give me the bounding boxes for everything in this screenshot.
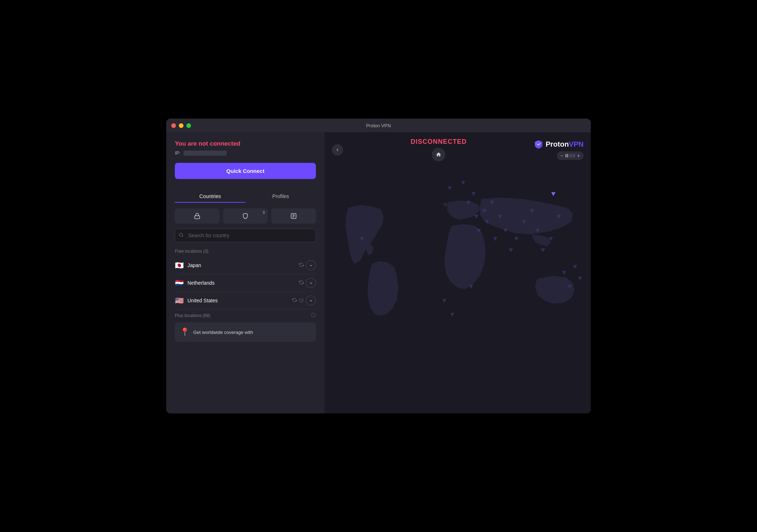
vpn-marker [461, 181, 465, 185]
proton-brand-text: ProtonVPN [545, 140, 584, 148]
ip-label: IP: [175, 150, 181, 156]
vpn-marker [530, 209, 534, 213]
vpn-marker [567, 285, 572, 289]
map-area: DISCONNECTED [325, 132, 591, 413]
vpn-marker [450, 313, 454, 317]
zoom-tick [568, 154, 569, 157]
upgrade-text: Get worldwide coverage with [193, 330, 253, 335]
vpn-marker [573, 265, 577, 269]
zoom-in-button[interactable]: + [577, 153, 580, 159]
ip-row: IP: [175, 150, 316, 156]
refresh-icon [299, 280, 304, 286]
map-top-bar: DISCONNECTED [325, 132, 591, 167]
sidebar: You are not connected IP: Quick Connect … [166, 132, 325, 413]
zoom-tick [566, 154, 566, 157]
zoom-tick [574, 154, 575, 157]
zoom-tick [567, 154, 568, 157]
collapse-button[interactable] [332, 144, 343, 156]
list-item[interactable]: 🇳🇱 Netherlands [175, 274, 316, 292]
vpn-marker [535, 229, 540, 233]
search-box [175, 229, 316, 242]
zoom-out-button[interactable]: − [561, 153, 563, 159]
ip-address-mask [183, 151, 227, 156]
proton-brand: ProtonVPN [534, 140, 584, 149]
filter-shield-button[interactable]: 0 [223, 208, 268, 224]
close-button[interactable] [171, 123, 176, 128]
home-button[interactable] [432, 148, 445, 161]
vpn-marker [360, 237, 364, 241]
japan-expand-button[interactable] [306, 260, 316, 270]
us-name: United States [187, 298, 292, 303]
vpn-marker [448, 187, 452, 191]
list-item[interactable]: 🇺🇸 United States [175, 292, 316, 309]
quick-connect-button[interactable]: Quick Connect [175, 163, 316, 179]
japan-flag: 🇯🇵 [175, 261, 184, 270]
us-expand-button[interactable] [306, 295, 316, 306]
shield-badge: 0 [263, 211, 265, 215]
disconnected-status: DISCONNECTED [411, 138, 467, 146]
info-icon[interactable]: ⓘ [311, 312, 316, 319]
vpn-marker [509, 248, 513, 252]
vpn-marker [442, 299, 447, 303]
app-window: Proton VPN You are not connected IP: Qui… [166, 119, 591, 413]
free-locations-label: Free locations (3) [175, 249, 316, 254]
search-icon [179, 233, 183, 238]
svg-point-2 [180, 233, 183, 237]
tab-profiles[interactable]: Profiles [245, 191, 316, 203]
vpn-marker [477, 229, 481, 233]
vpn-marker [482, 209, 486, 213]
vpn-marker [490, 201, 494, 205]
proton-shield-icon [534, 140, 543, 149]
vpn-marker [498, 215, 502, 219]
vpn-marker [471, 192, 476, 196]
svg-rect-0 [195, 216, 200, 219]
traffic-lights [171, 123, 191, 128]
list-item[interactable]: 🇯🇵 Japan [175, 257, 316, 274]
vpn-marker [485, 220, 489, 224]
connection-status: You are not connected [175, 140, 316, 147]
netherlands-actions [299, 278, 316, 288]
refresh-icon [292, 298, 297, 303]
vpn-marker [557, 215, 561, 219]
vpn-marker [541, 248, 545, 252]
vpn-marker [549, 237, 553, 241]
title-bar: Proton VPN [166, 119, 591, 132]
filter-buttons: 0 [175, 208, 316, 224]
vpn-marker [503, 229, 508, 233]
zoom-tick [570, 154, 571, 157]
fullscreen-button[interactable] [186, 123, 191, 128]
netherlands-flag: 🇳🇱 [175, 279, 184, 287]
vpn-marker [562, 271, 566, 275]
japan-actions [299, 260, 316, 270]
plus-locations-label: Plus locations (68) [175, 313, 210, 318]
power-icon [299, 298, 304, 303]
filter-list-button[interactable] [271, 208, 316, 224]
vpn-marker [493, 237, 497, 241]
filter-secure-button[interactable] [175, 208, 219, 224]
markers-container [325, 132, 591, 413]
zoom-bar [566, 154, 575, 157]
tabs: Countries Profiles [175, 191, 316, 203]
vpn-marker [578, 276, 582, 280]
countries-list: Free locations (3) 🇯🇵 Japan [166, 247, 325, 413]
japan-name: Japan [187, 262, 299, 268]
search-input[interactable] [175, 229, 316, 242]
plus-section: Plus locations (68) ⓘ [175, 312, 316, 319]
vpn-marker [551, 192, 556, 196]
vpn-marker [522, 220, 526, 224]
minimize-button[interactable] [179, 123, 183, 128]
globe-icon: 📍 [180, 327, 190, 337]
window-title: Proton VPN [366, 123, 391, 128]
upgrade-banner[interactable]: 📍 Get worldwide coverage with [175, 322, 316, 342]
vpn-marker [474, 215, 479, 219]
proton-logo: ProtonVPN − [534, 140, 584, 160]
refresh-icon [299, 262, 304, 268]
netherlands-expand-button[interactable] [306, 278, 316, 288]
zoom-tick [573, 154, 574, 157]
vpn-marker [514, 237, 518, 241]
tab-countries[interactable]: Countries [175, 191, 245, 203]
zoom-tick [571, 154, 572, 157]
sidebar-header: You are not connected IP: Quick Connect [166, 132, 325, 191]
us-flag: 🇺🇸 [175, 296, 184, 305]
zoom-controls: − + [557, 151, 584, 160]
